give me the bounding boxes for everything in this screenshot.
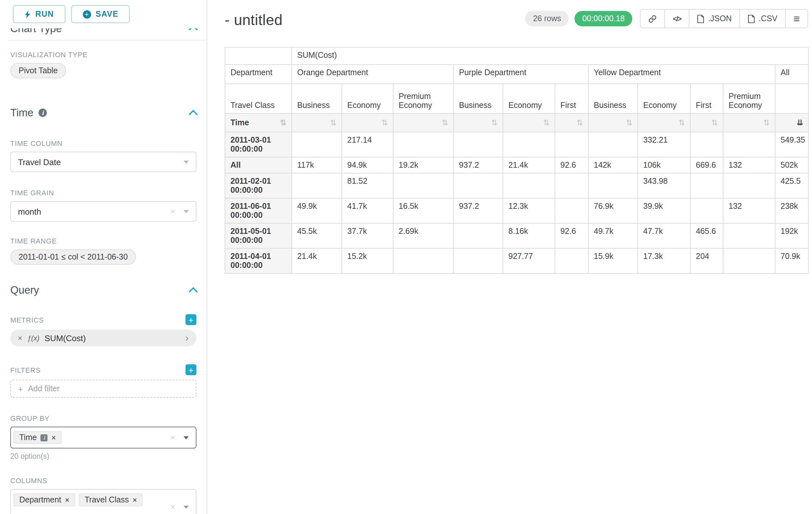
- section-query[interactable]: Query: [10, 284, 196, 296]
- add-filter-button[interactable]: + Add filter: [10, 380, 196, 398]
- sort-cell: ⇅: [723, 113, 775, 132]
- row-label: 2011-06-01 00:00:00: [225, 198, 292, 223]
- travel-class-dimension-label: Travel Class: [225, 84, 292, 113]
- pivot-cell: 17.3k: [638, 248, 690, 273]
- pivot-cell: 142k: [588, 157, 638, 173]
- group-by-select[interactable]: Time i × ×: [10, 427, 196, 449]
- add-metric-button[interactable]: +: [185, 314, 196, 325]
- sort-cell: ⇅: [690, 113, 723, 132]
- sort-icon[interactable]: ⇅: [626, 118, 632, 127]
- remove-metric-icon[interactable]: ×: [18, 334, 22, 342]
- clear-icon[interactable]: ×: [170, 433, 175, 442]
- pivot-cell: 15.9k: [588, 248, 638, 273]
- caret-right-icon[interactable]: ›: [185, 333, 189, 343]
- pivot-cell: 132: [723, 198, 775, 223]
- pivot-cell: [555, 248, 588, 273]
- class-header: Premium Economy: [723, 84, 775, 113]
- time-column-value: Travel Date: [18, 157, 61, 167]
- section-chart-type[interactable]: Chart Type: [10, 28, 196, 35]
- pivot-cell: [454, 248, 503, 273]
- share-link-button[interactable]: [640, 9, 665, 28]
- sort-icon[interactable]: ⇅: [678, 118, 685, 127]
- chart-type-heading: Chart Type: [10, 28, 62, 34]
- sort-desc-icon[interactable]: ⇊: [796, 118, 803, 127]
- table-row: 2011-06-01 00:00:0049.9k41.7k16.5k937.21…: [225, 198, 809, 223]
- time-range-control: TIME RANGE 2011-01-01 ≤ col < 2011-06-30: [10, 237, 196, 265]
- columns-tag[interactable]: Travel Class ×: [79, 493, 143, 506]
- group-header: All: [775, 64, 809, 84]
- add-filter-plus-button[interactable]: +: [185, 364, 196, 375]
- remove-tag-icon[interactable]: ×: [65, 496, 69, 504]
- controls-scroll[interactable]: Chart Type VISUALIZATION TYPE Pivot Tabl…: [0, 28, 207, 514]
- pivot-cell: 132: [723, 157, 775, 173]
- columns-select[interactable]: Department × Travel Class × ×: [10, 489, 196, 514]
- time-grain-select[interactable]: month ×: [10, 201, 196, 222]
- department-dimension-label: Department: [225, 64, 292, 84]
- time-grain-value: month: [18, 207, 41, 216]
- columns-label: COLUMNS: [10, 477, 196, 484]
- sort-icon[interactable]: ⇅: [330, 118, 336, 127]
- sort-cell: ⇅: [503, 113, 555, 132]
- tag-label: Time: [19, 433, 37, 442]
- save-button[interactable]: + SAVE: [71, 5, 130, 23]
- chart-header-actions: 26 rows 00:00:00.18 </>: [525, 9, 808, 28]
- embed-code-button[interactable]: </>: [664, 9, 689, 28]
- sort-icon[interactable]: ⇅: [491, 118, 497, 127]
- sort-cell: ⇅: [454, 113, 503, 132]
- run-label: RUN: [35, 10, 54, 19]
- pivot-cell: 19.2k: [393, 157, 454, 173]
- sort-icon[interactable]: ⇅: [711, 118, 718, 127]
- class-header: Business: [292, 84, 342, 113]
- export-csv-button[interactable]: .CSV: [740, 9, 786, 28]
- class-header: First: [555, 84, 588, 113]
- sort-cell: ⇅: [555, 113, 588, 132]
- group-by-options-count: 20 option(s): [10, 452, 196, 460]
- pivot-cell: 465.6: [690, 223, 723, 248]
- time-column-control: TIME COLUMN Travel Date: [10, 139, 196, 172]
- pivot-cell: 45.5k: [292, 223, 342, 248]
- pivot-cell: [393, 173, 454, 198]
- section-time[interactable]: Time i: [10, 107, 196, 119]
- metric-pill[interactable]: × ƒ(x) SUM(Cost) ›: [10, 330, 196, 346]
- chart-container: - untitled 26 rows 00:00:00.18 </: [208, 0, 812, 514]
- columns-tag[interactable]: Department ×: [13, 493, 75, 506]
- pivot-cell: 94.9k: [342, 157, 393, 173]
- chevron-up-icon: [189, 110, 198, 118]
- row-label: 2011-03-01 00:00:00: [225, 132, 292, 157]
- caret-down-icon: [183, 161, 189, 164]
- sort-icon[interactable]: ⇅: [280, 118, 286, 127]
- export-json-button[interactable]: .JSON: [689, 9, 740, 28]
- table-row: 2011-05-01 00:00:0045.5k37.7k2.69k8.16k9…: [225, 223, 809, 248]
- pivot-cell: [454, 132, 503, 157]
- sort-icon[interactable]: ⇅: [381, 118, 388, 127]
- pivot-cell: 15.2k: [342, 248, 393, 273]
- pivot-cell: 217.14: [342, 132, 393, 157]
- sort-icon[interactable]: ⇅: [576, 118, 583, 127]
- pivot-cell: 70.9k: [775, 248, 809, 273]
- row-count-badge: 26 rows: [525, 11, 569, 26]
- run-button[interactable]: RUN: [13, 5, 65, 23]
- group-by-tag[interactable]: Time i ×: [13, 431, 62, 444]
- sort-icon[interactable]: ⇅: [442, 118, 448, 127]
- pivot-cell: 37.7k: [342, 223, 393, 248]
- clear-icon[interactable]: ×: [170, 207, 175, 216]
- remove-tag-icon[interactable]: ×: [52, 434, 56, 441]
- menu-button[interactable]: ≡: [785, 9, 808, 28]
- clear-icon[interactable]: ×: [170, 502, 175, 512]
- divider: [8, 40, 207, 40]
- visualization-type-value[interactable]: Pivot Table: [10, 63, 66, 78]
- chart-header: - untitled 26 rows 00:00:00.18 </: [225, 9, 808, 29]
- remove-tag-icon[interactable]: ×: [133, 496, 137, 504]
- metrics-control: METRICS + × ƒ(x) SUM(Cost) ›: [10, 314, 196, 346]
- file-icon: [697, 15, 704, 23]
- sort-icon[interactable]: ⇅: [763, 118, 770, 127]
- time-column-select[interactable]: Travel Date: [10, 152, 196, 172]
- pivot-cell: 76.9k: [588, 198, 638, 223]
- sort-icon[interactable]: ⇅: [543, 118, 549, 127]
- export-button-group: </> .JSON .CSV ≡: [640, 9, 808, 28]
- query-save-bar: RUN + SAVE: [0, 0, 207, 28]
- group-header: Orange Department: [292, 64, 454, 84]
- add-filter-label: Add filter: [28, 384, 60, 393]
- class-header: Economy: [638, 84, 690, 113]
- time-range-value[interactable]: 2011-01-01 ≤ col < 2011-06-30: [10, 249, 136, 265]
